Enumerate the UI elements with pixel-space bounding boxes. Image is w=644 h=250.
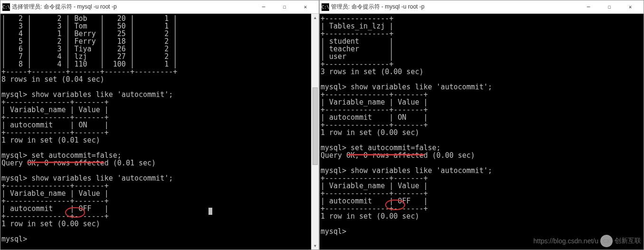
annotation-underline-left [27, 162, 104, 163]
watermark-logo: CX [600, 235, 613, 247]
scroll-up-button[interactable]: ▲ [312, 14, 319, 21]
scroll-thumb[interactable] [313, 87, 318, 164]
left-terminal-output[interactable]: | 2 | 2 | Bob | 20 | 1 | | 3 | 3 | Tom |… [0, 14, 319, 250]
cursor [208, 208, 212, 215]
minimize-button[interactable]: ─ [578, 1, 599, 13]
left-scrollbar[interactable]: ▲ ▼ [311, 14, 319, 250]
left-titlebar[interactable]: C:\ 选择管理员: 命令提示符 - mysql -u root -p ─ ☐ … [0, 0, 319, 14]
maximize-button[interactable]: ☐ [274, 1, 295, 13]
cmd-icon: C:\ [322, 3, 329, 11]
right-titlebar[interactable]: C:\ 管理员: 命令提示符 - mysql -u root -p ─ ☐ ✕ [320, 0, 644, 14]
right-terminal-window: C:\ 管理员: 命令提示符 - mysql -u root -p ─ ☐ ✕ … [319, 0, 644, 250]
right-window-controls: ─ ☐ ✕ [578, 1, 641, 13]
maximize-button[interactable]: ☐ [599, 1, 620, 13]
right-window-title: 管理员: 命令提示符 - mysql -u root -p [331, 3, 578, 11]
left-window-title: 选择管理员: 命令提示符 - mysql -u root -p [12, 3, 253, 11]
annotation-underline-right [347, 154, 424, 155]
left-terminal-window: C:\ 选择管理员: 命令提示符 - mysql -u root -p ─ ☐ … [0, 0, 319, 250]
scroll-down-button[interactable]: ▼ [312, 242, 319, 250]
watermark-url: https://blog.csdn.net/u [533, 237, 598, 245]
minimize-button[interactable]: ─ [253, 1, 274, 13]
right-terminal-output[interactable]: +---------------+ | Tables_in_lzj | +---… [320, 14, 644, 250]
close-button[interactable]: ✕ [620, 1, 641, 13]
close-button[interactable]: ✕ [295, 1, 316, 13]
scroll-track[interactable] [312, 21, 319, 242]
annotation-circle-right [385, 200, 405, 210]
cmd-icon: C:\ [2, 3, 10, 11]
watermark: https://blog.csdn.net/u CX 创新互联 [533, 235, 641, 247]
watermark-text: 创新互联 [615, 237, 641, 245]
left-window-controls: ─ ☐ ✕ [253, 1, 316, 13]
annotation-circle-left [65, 207, 85, 218]
